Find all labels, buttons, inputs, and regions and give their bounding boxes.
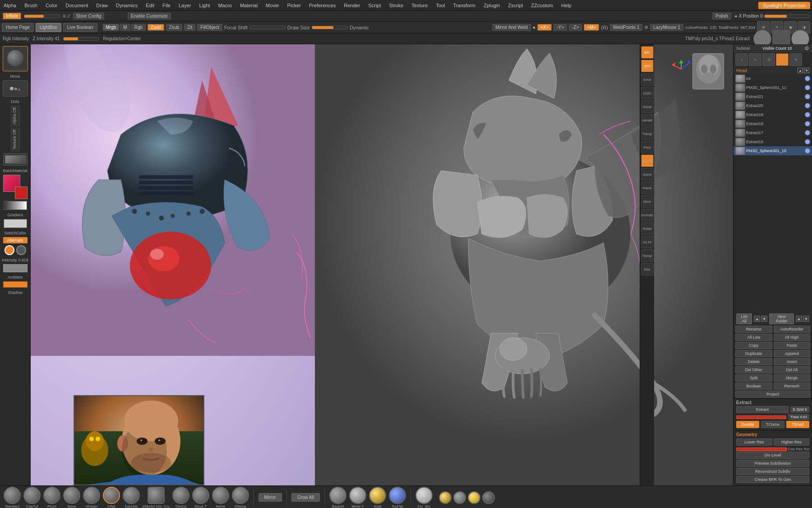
mirror-button[interactable]: Mirror <box>258 493 282 502</box>
subtool-arrow-down[interactable]: ▼ <box>804 68 809 73</box>
extra-gold-2[interactable] <box>468 491 480 504</box>
alpha-off-button[interactable]: Alpha Off <box>11 106 20 126</box>
lsym-button[interactable]: LSym <box>641 154 654 167</box>
all-low-button[interactable]: All Low <box>735 334 772 341</box>
inflate-button[interactable]: Inflate <box>3 13 21 19</box>
menu-dynamics[interactable]: Dynamics <box>114 2 139 9</box>
m-button[interactable]: M <box>120 24 130 31</box>
folder-new-down[interactable]: ▼ <box>803 316 809 322</box>
merge-button[interactable]: Merge <box>774 374 811 382</box>
transp-button[interactable]: Transp <box>641 127 654 140</box>
del-all-button[interactable]: Del All <box>774 366 811 373</box>
double-button[interactable]: Double <box>736 421 759 428</box>
aahalf-button[interactable]: AAHalf <box>641 114 654 126</box>
thick-slider[interactable] <box>736 415 786 419</box>
menu-tool[interactable]: Tool <box>434 2 447 9</box>
append-button[interactable]: Append <box>774 350 811 357</box>
transp2-button[interactable]: Transp <box>641 249 654 262</box>
new-folder-button[interactable]: New Folder <box>769 313 794 324</box>
canvas-3d-viewport[interactable] <box>315 44 733 485</box>
tbraid-button[interactable]: TBraid <box>786 421 809 428</box>
store-config-button[interactable]: Store Config <box>73 13 105 19</box>
delete-button[interactable]: Delete <box>735 358 772 365</box>
menu-macro[interactable]: Macro <box>216 2 234 9</box>
bpr-button[interactable]: BPr <box>641 46 654 59</box>
hpolish-tool[interactable]: hPolish <box>83 487 100 508</box>
menu-zscript[interactable]: Zscript <box>506 2 525 9</box>
subtool-eye-04[interactable] <box>805 76 810 81</box>
move-icon-button[interactable]: Move <box>641 195 654 208</box>
ny-button[interactable]: -Y> <box>554 24 567 31</box>
subtool-eye-extract21[interactable] <box>805 94 810 99</box>
folder-down-arrow[interactable]: ▼ <box>761 316 767 322</box>
subtool-eye-extract20[interactable] <box>805 103 810 108</box>
menu-light[interactable]: Light <box>198 2 212 9</box>
lamp-on-icon[interactable] <box>5 245 14 255</box>
sp3-button[interactable]: SP3 <box>641 60 654 72</box>
boolean-button[interactable]: Boolean <box>735 382 772 390</box>
standard-tool[interactable]: Standard <box>4 487 21 508</box>
alpha-tool[interactable]: Alpha <box>212 487 229 508</box>
movet-tool[interactable]: Move T <box>192 487 209 508</box>
lazymouse-button[interactable]: LazyMouse 1 <box>650 24 683 31</box>
gold-material[interactable]: Gold <box>369 487 386 508</box>
extract-button[interactable]: Extract <box>736 406 789 413</box>
copy-button[interactable]: Copy <box>735 342 772 349</box>
claytuf-tool[interactable]: ClayTuf <box>23 487 41 508</box>
grow-all-button[interactable]: Grow All <box>291 493 320 502</box>
color-swatch[interactable] <box>3 175 28 199</box>
menu-draw[interactable]: Draw <box>94 2 110 9</box>
menu-zzcustom[interactable]: ZZcustom <box>529 2 555 9</box>
texture-off-button[interactable]: Texture Off <box>11 128 20 151</box>
subtool-eye-sphere11[interactable] <box>805 85 810 90</box>
mrgb-button[interactable]: Mrgb <box>103 24 120 31</box>
zsub-button[interactable]: Zsub <box>166 24 182 31</box>
rotate-icon[interactable]: ↺ <box>762 53 775 66</box>
menu-material[interactable]: Material <box>238 2 259 9</box>
menu-picker[interactable]: Picker <box>285 2 303 9</box>
list-all-button[interactable]: List All <box>736 313 752 324</box>
lower-res-button[interactable]: Lower Res <box>736 438 772 446</box>
tcorne-button[interactable]: TCorne <box>761 421 784 428</box>
spotlight-projection-button[interactable]: Spotlight Projection <box>758 2 810 9</box>
extra-gold-1[interactable] <box>439 491 452 504</box>
menu-help[interactable]: Help <box>559 2 573 9</box>
subtool-item-sphere10[interactable]: PM3D_Sphere301_10 <box>734 146 812 155</box>
duplicate-button[interactable]: Duplicate <box>735 350 772 357</box>
zadd-button[interactable]: Zadd <box>148 24 164 31</box>
gradient-swatch[interactable] <box>4 201 27 210</box>
enable-customize-button[interactable]: Enable Customize <box>128 13 171 19</box>
trimdy-tool[interactable]: TrimDy <box>172 487 189 508</box>
fur-bru-tool[interactable]: Fur_Bru <box>415 487 433 508</box>
polish-button[interactable]: Polish <box>712 13 731 19</box>
toyflar-material[interactable]: ToyFlar <box>389 487 406 508</box>
paste-button[interactable]: Paste <box>774 342 811 349</box>
rename-button[interactable]: Rename <box>735 326 772 333</box>
basicm-material[interactable]: BasicM <box>329 487 346 508</box>
move-icon[interactable]: ↕ <box>735 53 748 66</box>
all-high-button[interactable]: All High <box>774 334 811 341</box>
mesh-icon[interactable]: ⬡ <box>776 53 789 66</box>
extra-silver-1[interactable] <box>453 491 466 504</box>
menu-document[interactable]: Document <box>64 2 90 9</box>
brush-sphere[interactable] <box>3 46 28 71</box>
basic-material-button[interactable] <box>3 153 28 166</box>
weldpoints-button[interactable]: WeldPoints 1 <box>610 24 643 31</box>
switch-color-swatch[interactable] <box>4 219 27 228</box>
subtool-item-sphere11[interactable]: PM3D_Sphere301_11 <box>734 83 812 92</box>
subtool-arrow-up[interactable]: ▲ <box>798 68 803 73</box>
menu-file[interactable]: File <box>161 2 172 9</box>
zretop-tool[interactable]: ZRetop <box>232 487 249 508</box>
move-tool[interactable]: Move <box>63 487 80 508</box>
tab-live-boolean[interactable]: Live Boolean <box>63 23 97 32</box>
zoom3d-button[interactable]: Zoom3D <box>641 209 654 221</box>
menu-edit[interactable]: Edit <box>144 2 156 9</box>
menu-movie[interactable]: Movie <box>264 2 281 9</box>
zoom-button[interactable]: Zoom <box>641 87 654 99</box>
lamp-off-icon[interactable] <box>16 245 26 255</box>
auto-reorder-button[interactable]: AutoReorder <box>774 326 811 333</box>
metalc-material[interactable]: Metal C <box>349 487 366 508</box>
subtool-item-extract20[interactable]: Extract20 <box>734 101 812 110</box>
subtool-eye-sphere10[interactable] <box>805 148 810 154</box>
inflate-slider[interactable] <box>24 14 60 18</box>
